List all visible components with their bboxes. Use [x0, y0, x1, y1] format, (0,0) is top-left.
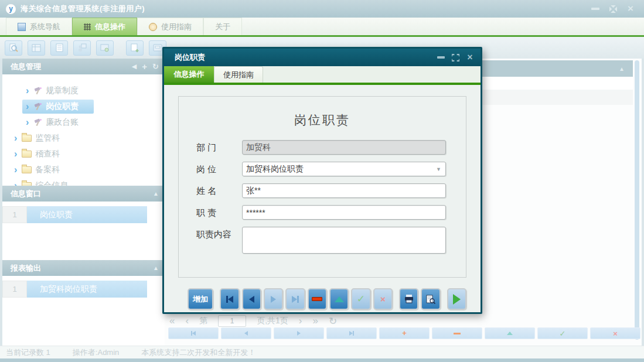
folder-icon: [22, 135, 32, 142]
duty-field[interactable]: [242, 205, 446, 220]
close-icon[interactable]: ×: [625, 4, 636, 13]
record-next-button[interactable]: [274, 327, 324, 339]
record-confirm-button[interactable]: ✓: [537, 327, 588, 339]
record-prev-button[interactable]: [221, 327, 271, 339]
dialog-form-panel: 岗位职责 部 门 岗 位 加贸科岗位职责 ▼ 姓 名 职: [178, 96, 466, 278]
first-record-button[interactable]: [220, 288, 239, 310]
prev-record-button[interactable]: [242, 288, 261, 310]
datasheet-button[interactable]: [28, 40, 45, 56]
print-preview-button[interactable]: [421, 288, 440, 310]
record-add-button[interactable]: +: [379, 327, 430, 339]
document-add-button[interactable]: [126, 40, 144, 56]
tab-label: 信息操作: [95, 22, 125, 32]
cancel-button[interactable]: ×: [373, 288, 393, 310]
panel-refresh-icon[interactable]: ↻: [152, 62, 159, 71]
document-icon: [56, 43, 63, 52]
last-record-button[interactable]: [285, 288, 305, 310]
panel-collapse-left-icon[interactable]: ◀: [132, 63, 137, 70]
combobox-arrow-icon[interactable]: ▼: [436, 166, 441, 172]
restore-icon[interactable]: [608, 4, 618, 13]
form-heading: 岗位职责: [179, 112, 466, 128]
position-combobox[interactable]: 加贸科岗位职责 ▼: [242, 162, 446, 176]
collapse-up-icon[interactable]: ▲: [619, 66, 625, 72]
dialog-tab-user-guide[interactable]: 使用指南: [214, 66, 263, 83]
tree-item-rules[interactable]: › 规章制度: [2, 83, 94, 98]
chevron-right-icon: ›: [26, 87, 29, 94]
refresh-icon[interactable]: ↻: [329, 315, 337, 327]
minus-icon: [312, 297, 322, 301]
duty-label: 职 责: [196, 205, 242, 218]
record-delete-button[interactable]: [432, 327, 482, 339]
datasheet-icon: [32, 44, 41, 52]
name-field[interactable]: [242, 183, 446, 198]
minimize-icon[interactable]: [590, 4, 601, 13]
user-window-icon: [77, 43, 87, 52]
list-item-trade-job-duties[interactable]: 1 加贸科岗位职责: [2, 281, 165, 298]
record-count: 当前记录数 1: [6, 347, 50, 358]
position-label: 岗 位: [196, 162, 242, 175]
dialog-titlebar: 岗位职责 ×: [164, 49, 481, 66]
info-window-list: 1 岗位职责: [2, 202, 165, 260]
next-record-button[interactable]: [264, 288, 283, 310]
document-add-icon: [131, 43, 139, 52]
first-page-icon[interactable]: «: [169, 315, 175, 327]
dialog-tabbar: 信息操作 使用指南: [164, 66, 481, 83]
collapse-up-icon[interactable]: ▲: [153, 265, 159, 271]
tree-item-job-duties[interactable]: › 岗位职责: [2, 98, 94, 114]
info-management-tree: › 规章制度 › 岗位职责 › 廉政台账: [2, 74, 165, 186]
row-number: 1: [2, 281, 27, 298]
user-window-button[interactable]: [73, 40, 91, 56]
row-number: 1: [2, 206, 27, 223]
panel-header-info-window[interactable]: 信息窗口 ▲: [2, 186, 165, 202]
tree-item-supervision[interactable]: › 监管科: [2, 130, 75, 146]
preview-search-button[interactable]: [5, 40, 22, 56]
tree-item-audit[interactable]: › 稽查科: [2, 146, 75, 162]
duty-content-textarea[interactable]: [242, 227, 446, 254]
collapse-up-icon[interactable]: ▲: [153, 190, 159, 197]
last-page-icon[interactable]: »: [313, 315, 318, 327]
panel-header-report-output[interactable]: 报表输出 ▲: [2, 260, 165, 276]
row-label: 岗位职责: [27, 206, 147, 223]
status-bar: 当前记录数 1 操作者:Admin 本系统支持二次开发和全新开发！: [0, 346, 644, 358]
dialog-close-icon[interactable]: ×: [465, 53, 475, 62]
print-button[interactable]: [399, 288, 418, 310]
dialog-minimize-icon[interactable]: [436, 53, 445, 62]
prev-page-icon[interactable]: ‹: [185, 315, 189, 327]
execute-button[interactable]: [447, 288, 466, 310]
tab-about[interactable]: 关于: [203, 18, 242, 35]
record-first-button[interactable]: [168, 327, 219, 339]
delete-record-button[interactable]: [308, 288, 327, 310]
report-output-list: 1 加贸科岗位职责: [2, 276, 165, 334]
window-search-icon: [100, 44, 110, 52]
panel-header-info-management[interactable]: 信息管理 ◀ + ↻: [2, 59, 165, 74]
tab-system-navigation[interactable]: 系统导航: [6, 18, 72, 35]
page-number-input[interactable]: [218, 315, 246, 327]
record-up-button[interactable]: [485, 327, 535, 339]
next-page-icon[interactable]: ›: [299, 315, 302, 327]
move-up-button[interactable]: [329, 288, 349, 310]
row-label: 加贸科岗位职责: [27, 281, 147, 298]
tab-label: 关于: [215, 22, 230, 32]
operator-label: 操作者:Admin: [73, 347, 119, 358]
chevron-right-icon: ›: [26, 103, 29, 110]
panel-add-icon[interactable]: +: [142, 62, 147, 71]
vertical-scrollbar[interactable]: [635, 60, 639, 340]
tab-info-operation[interactable]: 信息操作: [72, 18, 137, 35]
record-cancel-button[interactable]: ×: [590, 327, 640, 339]
tree-item-filing[interactable]: › 备案科: [2, 162, 75, 177]
add-button[interactable]: 增加: [188, 288, 213, 310]
tool-icon: [33, 118, 42, 126]
tab-user-guide[interactable]: 使用指南: [137, 18, 203, 35]
combobox-value: 加贸科岗位职责: [246, 164, 304, 175]
dialog-tab-info-operation[interactable]: 信息操作: [164, 66, 214, 83]
document-button[interactable]: [50, 40, 68, 56]
plus-icon: +: [402, 330, 407, 336]
dialog-maximize-icon[interactable]: [451, 53, 460, 62]
confirm-button[interactable]: ✓: [351, 288, 370, 310]
tree-item-integrity-ledger[interactable]: › 廉政台账: [2, 114, 94, 130]
record-last-button[interactable]: [326, 327, 377, 339]
list-item-job-duties[interactable]: 1 岗位职责: [2, 206, 165, 223]
window-search-button[interactable]: [96, 40, 114, 56]
tool-icon: [33, 103, 42, 110]
application-window: y 海关综合信息管理系统(非注册用户) × 系统导航 信息操作 使用指南: [0, 0, 644, 362]
